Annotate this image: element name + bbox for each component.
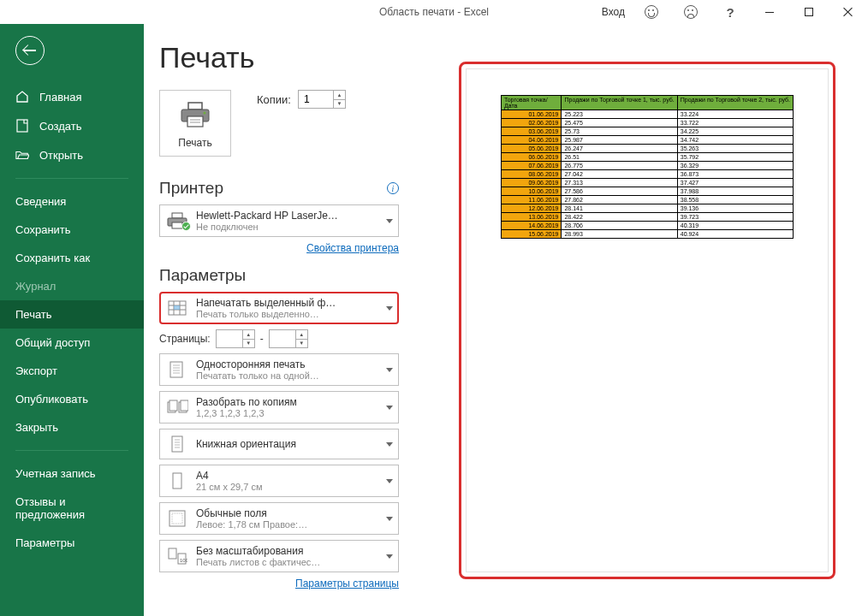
spin-up[interactable]: ▲ xyxy=(333,91,345,100)
sidebar-item-label: Отзывы и предложения xyxy=(15,495,128,521)
chevron-down-icon xyxy=(386,368,393,372)
svg-rect-9 xyxy=(174,305,180,310)
back-button[interactable] xyxy=(15,36,45,65)
svg-text:100: 100 xyxy=(180,558,187,563)
sidebar-item-publish[interactable]: Опубликовать xyxy=(0,385,144,413)
sidebar-divider xyxy=(15,450,128,451)
spin-down[interactable]: ▼ xyxy=(295,340,307,348)
pages-to-spinner[interactable]: ▲▼ xyxy=(269,329,308,348)
svg-rect-0 xyxy=(17,120,27,132)
printer-dropdown[interactable]: Hewlett-Packard HP LaserJe… Не подключен xyxy=(159,204,399,237)
svg-rect-19 xyxy=(169,548,176,559)
sidebar-item-export[interactable]: Экспорт xyxy=(0,357,144,385)
sidebar-item-print[interactable]: Печать xyxy=(0,300,144,329)
sidebar-item-label: Закрыть xyxy=(15,421,58,434)
pages-from-spinner[interactable]: ▲▼ xyxy=(216,329,255,348)
spin-down[interactable]: ▼ xyxy=(242,340,254,348)
svg-rect-1 xyxy=(188,103,202,110)
backstage-sidebar: Главная Создать Открыть Сведения Сохрани… xyxy=(0,24,144,616)
home-icon xyxy=(15,90,29,104)
happy-face-icon[interactable] xyxy=(632,0,671,24)
spin-up[interactable]: ▲ xyxy=(295,330,307,340)
sidebar-item-account[interactable]: Учетная запись xyxy=(0,459,144,488)
login-label[interactable]: Вход xyxy=(595,6,632,18)
printer-section-title: Принтер xyxy=(159,179,223,198)
print-preview: Торговая точка/ДатаПродажи по Торговой т… xyxy=(459,41,856,599)
printer-icon xyxy=(178,101,212,128)
spin-down[interactable]: ▼ xyxy=(333,100,345,109)
sidebar-item-label: Учетная запись xyxy=(15,467,96,480)
chevron-down-icon xyxy=(386,406,393,410)
sidebar-item-home[interactable]: Главная xyxy=(0,82,144,111)
sidebar-item-label: Общий доступ xyxy=(15,336,90,349)
chevron-down-icon xyxy=(386,517,393,521)
chevron-down-icon xyxy=(386,442,393,447)
chevron-down-icon xyxy=(386,479,393,483)
sidebar-item-label: Журнал xyxy=(15,280,56,293)
printer-small-icon xyxy=(165,210,189,231)
sidebar-item-new[interactable]: Создать xyxy=(0,111,144,140)
orientation-dropdown[interactable]: Книжная ориентация xyxy=(159,429,399,459)
sidebar-divider xyxy=(15,178,128,179)
one-sided-icon xyxy=(165,359,189,380)
sidebar-item-open[interactable]: Открыть xyxy=(0,140,144,169)
titlebar: Область печати - Excel Вход ? xyxy=(0,0,868,24)
print-selection-dropdown[interactable]: Напечатать выделенный ф… Печать только в… xyxy=(159,292,399,324)
svg-rect-16 xyxy=(173,473,181,489)
preview-page: Торговая точка/ДатаПродажи по Торговой т… xyxy=(466,68,829,572)
help-icon[interactable]: ? xyxy=(710,0,750,24)
sidebar-item-label: Главная xyxy=(39,91,81,104)
window-title: Область печати - Excel xyxy=(379,6,489,18)
svg-point-4 xyxy=(204,112,206,115)
sides-dropdown[interactable]: Односторонняя печатьПечатать только на о… xyxy=(159,353,399,386)
preview-highlight-border: Торговая точка/ДатаПродажи по Торговой т… xyxy=(459,62,835,579)
print-button[interactable]: Печать xyxy=(159,90,231,157)
papersize-dropdown[interactable]: A421 см x 29,7 см xyxy=(159,465,399,497)
sidebar-item-close[interactable]: Закрыть xyxy=(0,413,144,441)
collate-dropdown[interactable]: Разобрать по копиям1,2,3 1,2,3 1,2,3 xyxy=(159,391,399,424)
minimize-button[interactable] xyxy=(750,0,789,24)
sidebar-item-options[interactable]: Параметры xyxy=(0,529,144,557)
svg-rect-12 xyxy=(169,400,177,411)
chevron-down-icon xyxy=(386,306,393,311)
margins-icon xyxy=(165,508,189,529)
print-button-label: Печать xyxy=(163,137,227,149)
pages-label: Страницы: xyxy=(159,333,211,345)
printer-properties-link[interactable]: Свойства принтера xyxy=(306,242,399,254)
selection-icon xyxy=(165,298,189,318)
info-icon[interactable]: i xyxy=(387,182,399,194)
close-button[interactable] xyxy=(829,0,868,24)
sidebar-item-share[interactable]: Общий доступ xyxy=(0,329,144,357)
sidebar-item-feedback[interactable]: Отзывы и предложения xyxy=(0,488,144,529)
copies-label: Копии: xyxy=(257,93,291,106)
chevron-down-icon xyxy=(386,554,393,559)
sidebar-item-label: Экспорт xyxy=(15,364,57,377)
sidebar-item-label: Открыть xyxy=(39,149,83,162)
sidebar-item-label: Параметры xyxy=(15,536,74,549)
margins-dropdown[interactable]: Обычные поляЛевое: 1,78 см Правое:… xyxy=(159,502,399,535)
portrait-icon xyxy=(165,434,189,454)
scaling-dropdown[interactable]: 100 Без масштабированияПечать листов с ф… xyxy=(159,540,399,572)
pages-separator: - xyxy=(260,333,264,345)
sidebar-item-save-as[interactable]: Сохранить как xyxy=(0,244,144,272)
sidebar-item-label: Печать xyxy=(15,308,52,321)
chevron-down-icon xyxy=(386,219,393,223)
copies-spinner[interactable]: ▲▼ xyxy=(298,90,346,109)
printer-name: Hewlett-Packard HP LaserJe… xyxy=(196,210,379,222)
sidebar-item-label: Сохранить xyxy=(15,223,71,236)
spin-up[interactable]: ▲ xyxy=(242,330,254,340)
checkmark-icon xyxy=(181,222,191,231)
sidebar-item-history: Журнал xyxy=(0,272,144,300)
maximize-button[interactable] xyxy=(789,0,829,24)
page-setup-link[interactable]: Параметры страницы xyxy=(295,578,399,589)
sidebar-item-save[interactable]: Сохранить xyxy=(0,216,144,244)
sidebar-item-label: Создать xyxy=(39,120,81,133)
collate-icon xyxy=(165,397,189,418)
sad-face-icon[interactable] xyxy=(671,0,710,24)
svg-rect-5 xyxy=(172,213,182,218)
new-doc-icon xyxy=(15,119,29,133)
copies-input[interactable] xyxy=(299,93,333,105)
svg-rect-14 xyxy=(181,400,188,411)
sidebar-item-info[interactable]: Сведения xyxy=(0,187,144,216)
page-title: Печать xyxy=(159,41,399,74)
